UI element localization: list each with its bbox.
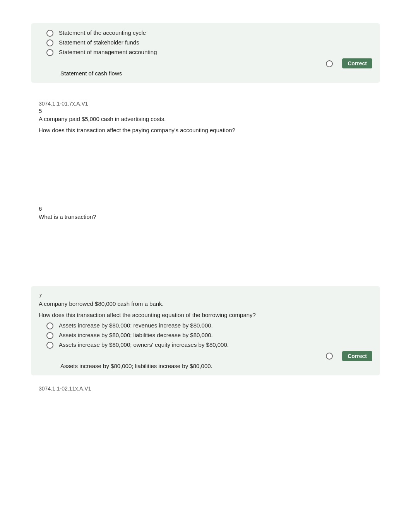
option-label: Statement of management accounting (59, 49, 157, 55)
page-container: Statement of the accounting cycle Statem… (0, 0, 411, 431)
question-7-section: 7 A company borrowed $80,000 cash from a… (31, 286, 380, 375)
question-block-7: 7 A company borrowed $80,000 cash from a… (31, 286, 380, 396)
radio-icon-correct-4 (326, 60, 333, 67)
question-6-text: What is a transaction? (39, 213, 372, 222)
correct-answer-row-7: Assets increase by $80,000; liabilities … (39, 361, 372, 372)
option-label: Statement of stakeholder funds (59, 39, 139, 46)
radio-icon-1 (46, 30, 53, 37)
correct-answer-text-4: Statement of cash flows (60, 70, 122, 77)
list-item[interactable]: Assets increase by $80,000; liabilities … (43, 332, 372, 339)
option-label: Assets increase by $80,000; owners' equi… (59, 341, 229, 348)
question-block-4: Statement of the accounting cycle Statem… (31, 23, 380, 83)
question-block-6: 6 What is a transaction? (31, 199, 380, 275)
correct-row-4: Correct (39, 58, 372, 68)
radio-icon-correct-7 (326, 353, 333, 360)
radio-icon-2 (46, 39, 53, 46)
radio-icon-7-2 (46, 332, 53, 339)
question-block-5: 3074.1.1-01.7x.A.V1 5 A company paid $5,… (31, 94, 380, 188)
question-7-how: How does this transaction affect the acc… (39, 312, 372, 318)
spacer-5 (39, 137, 372, 184)
correct-answer-text-7: Assets increase by $80,000; liabilities … (60, 363, 212, 369)
option-label: Assets increase by $80,000; liabilities … (59, 332, 213, 338)
correct-row-7: Correct (39, 351, 372, 361)
radio-icon-7-1 (46, 322, 53, 329)
question-5-text: A company paid $5,000 cash in advertisin… (39, 115, 372, 124)
radio-icon-3 (46, 49, 53, 56)
radio-icon-7-3 (46, 342, 53, 349)
option-label: Assets increase by $80,000; revenues inc… (59, 322, 213, 329)
list-item[interactable]: Statement of the accounting cycle (43, 29, 372, 37)
question-7-meta: 3074.1.1-02.11x.A.V1 (39, 385, 372, 392)
question-7-text: A company borrowed $80,000 cash from a b… (39, 300, 372, 309)
question-6-number: 6 (39, 205, 372, 212)
list-item[interactable]: Statement of management accounting (43, 49, 372, 56)
options-area-4: Statement of the accounting cycle Statem… (39, 29, 372, 56)
option-label: Statement of the accounting cycle (59, 29, 146, 36)
question-7-meta-section: 3074.1.1-02.11x.A.V1 (31, 379, 380, 396)
list-item[interactable]: Assets increase by $80,000; owners' equi… (43, 341, 372, 349)
question-5-meta: 3074.1.1-01.7x.A.V1 (39, 101, 372, 107)
correct-badge-4: Correct (342, 58, 372, 68)
question-6-section: 6 What is a transaction? (31, 199, 380, 275)
list-item[interactable]: Assets increase by $80,000; revenues inc… (43, 322, 372, 329)
question-5-section: 3074.1.1-01.7x.A.V1 5 A company paid $5,… (31, 94, 380, 188)
question-5-number: 5 (39, 107, 372, 114)
list-item[interactable]: Statement of stakeholder funds (43, 39, 372, 46)
correct-badge-7: Correct (342, 351, 372, 361)
options-area-7: Assets increase by $80,000; revenues inc… (39, 322, 372, 349)
correct-answer-row-4: Statement of cash flows (39, 68, 372, 79)
question-5-how: How does this transaction affect the pay… (39, 127, 372, 133)
question-4-options-section: Statement of the accounting cycle Statem… (31, 23, 380, 83)
question-7-number: 7 (39, 292, 372, 299)
spacer-6 (39, 224, 372, 271)
